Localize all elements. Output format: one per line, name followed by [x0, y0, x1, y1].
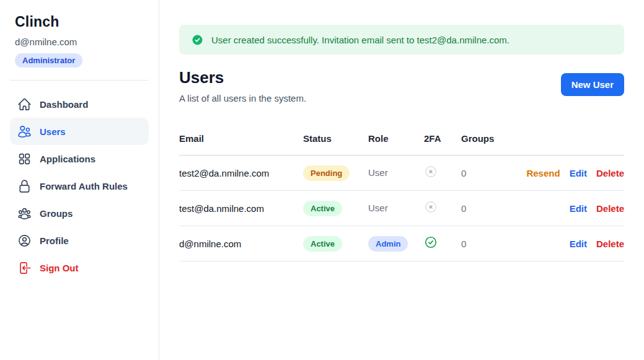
grid-icon	[17, 152, 32, 166]
sidebar-item-applications[interactable]: Applications	[10, 145, 149, 172]
status-badge: Pending	[303, 165, 350, 181]
table-row: d@nmilne.comActiveAdmin0EditDelete	[179, 226, 624, 261]
administrator-badge: Administrator	[15, 53, 82, 68]
sidebar-item-label: Dashboard	[40, 99, 88, 110]
edit-link[interactable]: Edit	[570, 239, 587, 249]
email-cell: test2@da.nmilne.com	[179, 168, 303, 178]
sidebar-item-forward-auth-rules[interactable]: Forward Auth Rules	[10, 172, 149, 200]
twofa-enabled-icon	[424, 235, 438, 249]
sidebar-divider	[10, 80, 149, 81]
table-body: test2@da.nmilne.comPendingUser0ResendEdi…	[179, 156, 624, 261]
user-circle-icon	[17, 234, 32, 248]
twofa-disabled-icon	[424, 165, 438, 178]
row-actions: EditDelete	[511, 239, 624, 249]
sidebar-item-label: Profile	[40, 235, 69, 246]
sidebar-item-groups[interactable]: Groups	[10, 200, 149, 227]
page-title: Users	[179, 68, 306, 87]
sign-out-icon	[17, 261, 32, 275]
home-icon	[17, 97, 32, 112]
sidebar-item-label: Applications	[40, 154, 95, 164]
status-badge: Active	[303, 201, 342, 216]
brand-logo: Clinch	[10, 14, 149, 30]
role-badge: Admin	[368, 236, 408, 252]
page-header: Users A list of all users in the system.…	[179, 68, 624, 103]
column-header-groups: Groups	[461, 133, 511, 144]
delete-link[interactable]: Delete	[596, 203, 624, 214]
sidebar-item-label: Groups	[40, 208, 73, 219]
table-header-row: EmailStatusRole2FAGroups	[179, 133, 624, 156]
email-cell: test@da.nmilne.com	[179, 203, 303, 214]
delete-link[interactable]: Delete	[596, 239, 624, 249]
column-header-role: Role	[368, 133, 424, 144]
column-header-status: Status	[303, 133, 368, 144]
lock-icon	[17, 179, 32, 193]
table-row: test@da.nmilne.comActiveUser0EditDelete	[179, 191, 624, 226]
sidebar-item-label: Forward Auth Rules	[40, 181, 128, 191]
row-actions: EditDelete	[511, 203, 624, 214]
sidebar-item-dashboard[interactable]: Dashboard	[10, 90, 149, 118]
row-actions: ResendEditDelete	[511, 168, 624, 178]
sidebar: Clinch d@nmilne.com Administrator Dashbo…	[0, 0, 159, 360]
main-content: User created successfully. Invitation em…	[159, 0, 644, 360]
edit-link[interactable]: Edit	[570, 168, 587, 178]
delete-link[interactable]: Delete	[596, 168, 624, 178]
column-header-2fa: 2FA	[424, 133, 461, 144]
user-group-icon	[17, 206, 32, 221]
role-text: User	[368, 167, 388, 178]
role-text: User	[368, 203, 388, 213]
email-cell: d@nmilne.com	[179, 239, 303, 249]
app-window: Clinch d@nmilne.com Administrator Dashbo…	[0, 0, 644, 360]
edit-link[interactable]: Edit	[570, 203, 587, 214]
groups-count: 0	[461, 168, 511, 178]
sidebar-item-users[interactable]: Users	[10, 118, 149, 145]
sidebar-item-label: Sign Out	[40, 263, 79, 273]
table-row: test2@da.nmilne.comPendingUser0ResendEdi…	[179, 156, 624, 191]
groups-count: 0	[461, 239, 511, 249]
twofa-disabled-icon	[424, 200, 438, 214]
current-user-email: d@nmilne.com	[10, 37, 149, 47]
groups-count: 0	[461, 203, 511, 214]
success-banner-message: User created successfully. Invitation em…	[211, 35, 509, 45]
page-subtitle: A list of all users in the system.	[179, 93, 306, 103]
success-banner: User created successfully. Invitation em…	[179, 25, 624, 55]
resend-link[interactable]: Resend	[526, 168, 560, 178]
sidebar-item-profile[interactable]: Profile	[10, 227, 149, 254]
new-user-button[interactable]: New User	[561, 73, 624, 96]
sidebar-item-sign-out[interactable]: Sign Out	[10, 254, 149, 281]
status-badge: Active	[303, 236, 342, 252]
sidebar-item-label: Users	[40, 126, 66, 137]
column-header-email: Email	[179, 133, 303, 144]
check-circle-filled-icon	[192, 34, 203, 46]
users-table: EmailStatusRole2FAGroups test2@da.nmilne…	[179, 133, 624, 261]
sidebar-nav: DashboardUsersApplicationsForward Auth R…	[10, 90, 149, 281]
users-icon	[17, 125, 32, 139]
